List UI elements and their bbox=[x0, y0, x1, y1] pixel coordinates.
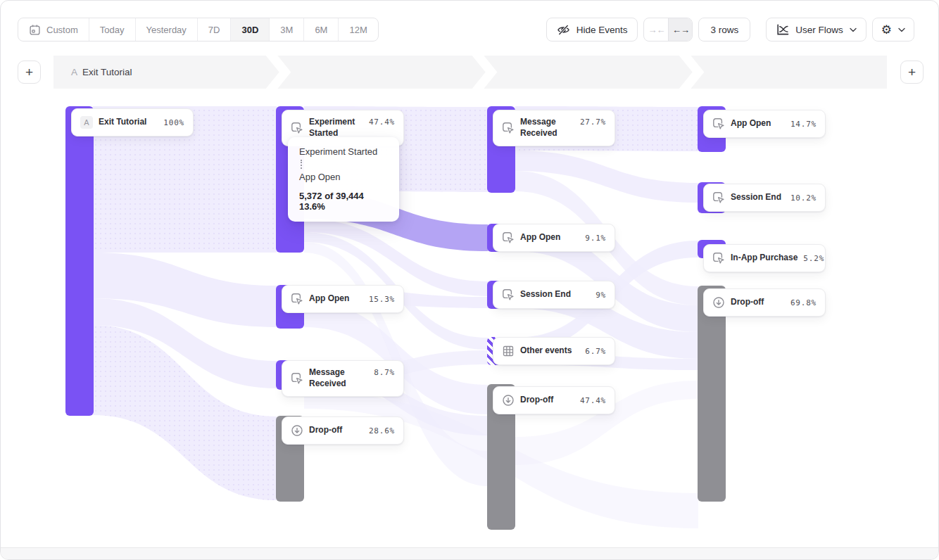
node-label: Drop-off bbox=[731, 297, 785, 308]
tooltip-to-event: App Open bbox=[299, 172, 388, 182]
dropoff-icon bbox=[502, 394, 515, 407]
event-click-icon bbox=[712, 117, 725, 130]
node-percent: 9% bbox=[595, 291, 606, 300]
node-percent: 69.8% bbox=[790, 298, 817, 307]
node-percent: 27.7% bbox=[580, 117, 606, 127]
node-percent: 47.4% bbox=[369, 117, 395, 127]
node-percent: 6.7% bbox=[585, 347, 606, 356]
flow-node-app-open-2[interactable]: App Open 15.3% bbox=[282, 285, 404, 313]
flow-node-dropoff-3[interactable]: Drop-off 47.4% bbox=[493, 386, 615, 414]
node-percent: 28.6% bbox=[369, 426, 395, 435]
dropoff-icon bbox=[291, 424, 303, 437]
flow-node-dropoff-2[interactable]: Drop-off 28.6% bbox=[282, 416, 404, 445]
tooltip-stat: 5,372 of 39,444 13.6% bbox=[299, 191, 388, 212]
flow-node-exit-tutorial[interactable]: A Exit Tutorial 100% bbox=[71, 108, 194, 136]
event-click-icon bbox=[712, 191, 725, 204]
flow-node-app-open-4[interactable]: App Open 14.7% bbox=[703, 110, 826, 138]
tooltip-connector-dots bbox=[301, 160, 302, 169]
node-label: Experiment Started bbox=[309, 117, 363, 139]
node-percent: 5.2% bbox=[803, 254, 824, 263]
node-percent: 100% bbox=[163, 118, 184, 127]
dropoff-icon bbox=[712, 296, 725, 309]
flow-node-other-events-3[interactable]: Other events 6.7% bbox=[493, 337, 615, 365]
event-click-icon bbox=[291, 293, 303, 305]
flow-node-session-end-4[interactable]: Session End 10.2% bbox=[703, 184, 826, 212]
node-label: Message Received bbox=[520, 117, 574, 139]
sankey-ribbons bbox=[1, 1, 939, 560]
user-flows-app: Custom Today Yesterday 7D 30D 3M 6M 12M … bbox=[0, 0, 939, 560]
flow-node-message-received-2[interactable]: Message Received 8.7% bbox=[282, 360, 404, 397]
node-label: Drop-off bbox=[520, 395, 574, 406]
node-label: App Open bbox=[731, 118, 785, 129]
flow-node-app-open-3[interactable]: App Open 9.1% bbox=[493, 224, 615, 252]
event-click-icon bbox=[502, 288, 515, 301]
flow-bar-dropoff-4[interactable] bbox=[698, 286, 726, 502]
flow-link-tooltip: Experiment Started App Open 5,372 of 39,… bbox=[288, 137, 399, 222]
node-percent: 8.7% bbox=[374, 368, 395, 377]
node-percent: 10.2% bbox=[790, 193, 817, 203]
node-label: Drop-off bbox=[309, 425, 363, 436]
node-label: Session End bbox=[520, 289, 590, 300]
node-label: Other events bbox=[520, 345, 579, 357]
flow-node-session-end-3[interactable]: Session End 9% bbox=[493, 281, 615, 309]
node-percent: 15.3% bbox=[369, 295, 395, 304]
node-percent: 9.1% bbox=[585, 234, 606, 243]
node-percent: 14.7% bbox=[790, 120, 817, 129]
node-label: Session End bbox=[731, 192, 785, 203]
node-label: App Open bbox=[520, 232, 579, 243]
event-click-icon bbox=[712, 252, 725, 265]
event-click-icon bbox=[502, 231, 515, 244]
node-percent: 47.4% bbox=[580, 396, 606, 405]
flow-bar-exit-tutorial[interactable] bbox=[65, 106, 94, 416]
node-label: In-App Purchase bbox=[731, 253, 798, 264]
flow-node-message-received-3[interactable]: Message Received 27.7% bbox=[493, 110, 615, 146]
node-label: App Open bbox=[309, 293, 363, 305]
flow-node-dropoff-4[interactable]: Drop-off 69.8% bbox=[703, 288, 826, 317]
tooltip-from-event: Experiment Started bbox=[299, 146, 388, 157]
event-click-icon bbox=[291, 122, 303, 134]
flow-node-in-app-purchase-4[interactable]: In-App Purchase 5.2% bbox=[703, 244, 826, 272]
step-a-badge: A bbox=[80, 116, 93, 129]
event-click-icon bbox=[502, 122, 515, 134]
node-label: Exit Tutorial bbox=[99, 117, 158, 128]
event-click-icon bbox=[291, 372, 303, 385]
node-label: Message Received bbox=[309, 367, 368, 389]
grid-icon bbox=[502, 345, 515, 357]
